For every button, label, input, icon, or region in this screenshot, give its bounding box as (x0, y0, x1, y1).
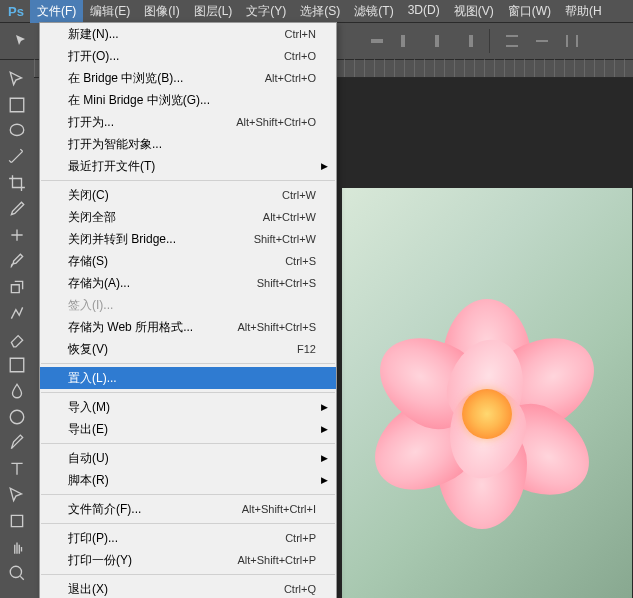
lasso-tool[interactable] (5, 120, 29, 142)
svg-rect-4 (506, 35, 518, 37)
path-tool[interactable] (5, 484, 29, 506)
svg-rect-0 (371, 39, 383, 43)
menu-7[interactable]: 3D(D) (401, 0, 447, 23)
svg-rect-3 (469, 35, 473, 47)
healing-tool[interactable] (5, 224, 29, 246)
menu-10[interactable]: 帮助(H (558, 0, 609, 23)
menu-item[interactable]: 文件简介(F)...Alt+Shift+Ctrl+I (40, 498, 336, 520)
menu-item: 签入(I)... (40, 294, 336, 316)
blur-tool[interactable] (5, 380, 29, 402)
menu-item[interactable]: 存储(S)Ctrl+S (40, 250, 336, 272)
menu-5[interactable]: 选择(S) (293, 0, 347, 23)
menu-8[interactable]: 视图(V) (447, 0, 501, 23)
history-tool[interactable] (5, 302, 29, 324)
menu-item[interactable]: 导出(E)▶ (40, 418, 336, 440)
hand-tool[interactable] (5, 536, 29, 558)
distribute-icon[interactable] (560, 29, 584, 53)
menu-item[interactable]: 关闭(C)Ctrl+W (40, 184, 336, 206)
distribute-icon[interactable] (530, 29, 554, 53)
file-menu-dropdown: 新建(N)...Ctrl+N打开(O)...Ctrl+O在 Bridge 中浏览… (39, 22, 337, 598)
menu-item[interactable]: 置入(L)... (40, 367, 336, 389)
eyedropper-tool[interactable] (5, 198, 29, 220)
menu-item[interactable]: 打印(P)...Ctrl+P (40, 527, 336, 549)
gradient-tool[interactable] (5, 354, 29, 376)
magic-wand-tool[interactable] (5, 146, 29, 168)
flower-graphic (377, 304, 597, 524)
toolbar (0, 60, 34, 584)
menu-item[interactable]: 脚本(R)▶ (40, 469, 336, 491)
move-tool[interactable] (5, 68, 29, 90)
svg-rect-8 (576, 35, 578, 47)
menu-9[interactable]: 窗口(W) (501, 0, 558, 23)
dodge-tool[interactable] (5, 406, 29, 428)
menu-item[interactable]: 打开(O)...Ctrl+O (40, 45, 336, 67)
svg-rect-2 (435, 35, 439, 47)
svg-rect-1 (401, 35, 405, 47)
menu-item[interactable]: 关闭全部Alt+Ctrl+W (40, 206, 336, 228)
eraser-tool[interactable] (5, 328, 29, 350)
menu-item[interactable]: 在 Mini Bridge 中浏览(G)... (40, 89, 336, 111)
align-icon[interactable] (455, 29, 479, 53)
rectangle-tool[interactable] (5, 510, 29, 532)
marquee-tool[interactable] (5, 94, 29, 116)
menu-item[interactable]: 恢复(V)F12 (40, 338, 336, 360)
menu-1[interactable]: 编辑(E) (83, 0, 137, 23)
menu-3[interactable]: 图层(L) (187, 0, 240, 23)
zoom-tool[interactable] (5, 562, 29, 584)
align-icon[interactable] (395, 29, 419, 53)
menu-item[interactable]: 导入(M)▶ (40, 396, 336, 418)
svg-rect-6 (536, 40, 548, 42)
menu-item[interactable]: 打开为智能对象... (40, 133, 336, 155)
menu-item[interactable]: 存储为 Web 所用格式...Alt+Shift+Ctrl+S (40, 316, 336, 338)
menu-4[interactable]: 文字(Y) (239, 0, 293, 23)
menu-item[interactable]: 关闭并转到 Bridge...Shift+Ctrl+W (40, 228, 336, 250)
document-image[interactable] (342, 188, 632, 598)
align-icon[interactable] (425, 29, 449, 53)
menu-2[interactable]: 图像(I) (137, 0, 186, 23)
move-tool-indicator[interactable] (10, 29, 34, 53)
clone-tool[interactable] (5, 276, 29, 298)
align-icon[interactable] (365, 29, 389, 53)
menubar: Ps 文件(F)编辑(E)图像(I)图层(L)文字(Y)选择(S)滤镜(T)3D… (0, 0, 633, 22)
svg-rect-5 (506, 45, 518, 47)
pen-tool[interactable] (5, 432, 29, 454)
menu-6[interactable]: 滤镜(T) (347, 0, 400, 23)
distribute-icon[interactable] (500, 29, 524, 53)
menu-0[interactable]: 文件(F) (30, 0, 83, 23)
menu-item[interactable]: 打开为...Alt+Shift+Ctrl+O (40, 111, 336, 133)
menu-item[interactable]: 最近打开文件(T)▶ (40, 155, 336, 177)
menu-item[interactable]: 退出(X)Ctrl+Q (40, 578, 336, 598)
crop-tool[interactable] (5, 172, 29, 194)
ps-logo: Ps (2, 0, 30, 22)
menu-item[interactable]: 新建(N)...Ctrl+N (40, 23, 336, 45)
menu-item[interactable]: 自动(U)▶ (40, 447, 336, 469)
type-tool[interactable] (5, 458, 29, 480)
menu-item[interactable]: 在 Bridge 中浏览(B)...Alt+Ctrl+O (40, 67, 336, 89)
brush-tool[interactable] (5, 250, 29, 272)
svg-rect-7 (566, 35, 568, 47)
menu-item[interactable]: 存储为(A)...Shift+Ctrl+S (40, 272, 336, 294)
menu-item[interactable]: 打印一份(Y)Alt+Shift+Ctrl+P (40, 549, 336, 571)
